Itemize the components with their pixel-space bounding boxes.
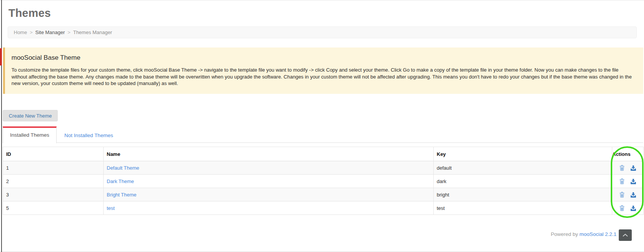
base-theme-notice: mooSocial Base Theme To customize the te… [3, 47, 643, 94]
breadcrumb-site-manager-link[interactable]: Site Manager [35, 29, 65, 35]
trash-icon [620, 178, 624, 184]
breadcrumb-separator: > [65, 29, 73, 35]
theme-name-link[interactable]: test [107, 205, 115, 211]
breadcrumb-home-link[interactable]: Home [14, 29, 27, 35]
theme-name-link[interactable]: Default Theme [107, 165, 139, 171]
column-header-id: ID [3, 147, 104, 161]
table-row: 1 Default Theme default [3, 161, 644, 175]
theme-name-link[interactable]: Dark Theme [107, 178, 134, 184]
table-header-row: ID Name Key Actions [3, 147, 644, 161]
download-icon [631, 206, 636, 211]
delete-theme-button[interactable] [620, 205, 624, 211]
delete-theme-button[interactable] [620, 165, 624, 171]
theme-key-cell: bright [434, 188, 612, 201]
notice-title: mooSocial Base Theme [11, 54, 635, 62]
column-header-key: Key [434, 147, 612, 161]
table-row: 5 test test [3, 201, 644, 215]
download-icon [631, 179, 636, 184]
theme-key-cell: test [434, 201, 612, 215]
theme-id-cell: 5 [3, 201, 104, 215]
download-theme-button[interactable] [631, 206, 636, 211]
theme-id-cell: 2 [3, 175, 104, 188]
breadcrumb-current: Themes Manager [73, 29, 112, 35]
download-icon [631, 165, 636, 171]
moosocial-version-link[interactable]: mooSocial 2.2.1 [579, 231, 616, 237]
themes-table: ID Name Key Actions 1 Default Theme defa… [3, 147, 644, 215]
scroll-to-top-button[interactable] [619, 229, 632, 241]
theme-key-cell: default [434, 161, 612, 175]
download-theme-button[interactable] [631, 165, 636, 171]
column-header-name: Name [104, 147, 434, 161]
column-header-actions: Actions [612, 147, 644, 161]
chevron-up-icon [622, 233, 628, 237]
delete-theme-button[interactable] [620, 192, 624, 198]
tab-not-installed-themes[interactable]: Not Installed Themes [57, 128, 121, 143]
sidebar-edge-fragment [0, 48, 2, 65]
top-border-line [0, 0, 644, 0]
theme-name-link[interactable]: Bright Theme [107, 192, 137, 198]
theme-key-cell: dark [434, 175, 612, 188]
table-row: 3 Bright Theme bright [3, 188, 644, 201]
theme-id-cell: 1 [3, 161, 104, 175]
theme-id-cell: 3 [3, 188, 104, 201]
trash-icon [620, 192, 624, 198]
create-new-theme-button[interactable]: Create New Theme [3, 110, 58, 121]
download-theme-button[interactable] [631, 192, 636, 198]
trash-icon [620, 165, 624, 171]
delete-theme-button[interactable] [620, 178, 624, 184]
table-row: 2 Dark Theme dark [3, 175, 644, 188]
tabs-underline [56, 142, 643, 143]
breadcrumb-separator: > [27, 29, 36, 35]
download-theme-button[interactable] [631, 179, 636, 184]
tab-installed-themes[interactable]: Installed Themes [3, 126, 57, 143]
page-title: Themes [8, 7, 51, 20]
powered-by-label: Powered by [551, 231, 578, 237]
breadcrumb: Home>Site Manager>Themes Manager [8, 26, 637, 38]
notice-body: To customize the template files for your… [11, 67, 635, 87]
trash-icon [620, 205, 624, 211]
download-icon [631, 192, 636, 198]
footer-powered-by: Powered by mooSocial 2.2.1 [497, 231, 616, 237]
page-left-edge [1, 0, 2, 252]
